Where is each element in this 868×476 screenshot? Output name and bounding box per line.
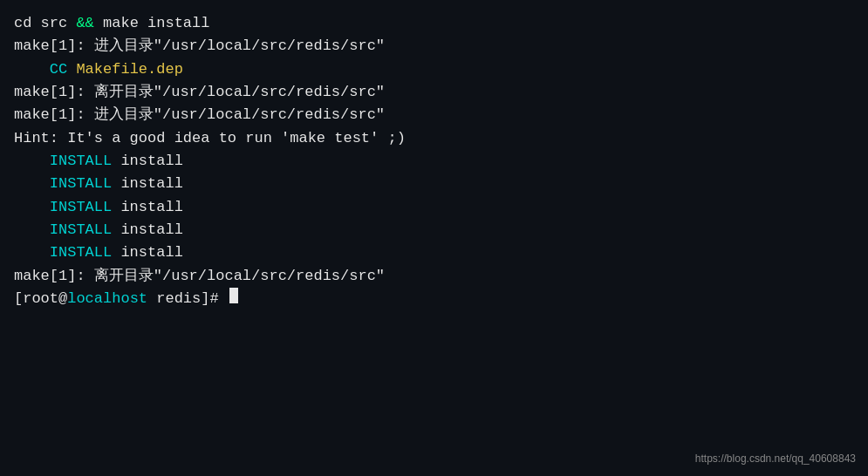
terminal-text: cd src <box>14 12 76 35</box>
terminal-line: CC Makefile.dep <box>14 58 854 81</box>
terminal-line: INSTALL install <box>14 173 854 195</box>
terminal-line: make[1]: 离开目录"/usr/local/src/redis/src" <box>14 81 854 104</box>
terminal-line: cd src && make install <box>14 12 854 35</box>
terminal-text: && <box>76 12 93 35</box>
terminal-text: make install <box>94 12 210 35</box>
terminal-line: [root@localhost redis]# <box>14 288 854 310</box>
terminal-line: INSTALL install <box>14 219 854 241</box>
terminal-line: make[1]: 进入目录"/usr/local/src/redis/src" <box>14 35 854 58</box>
terminal-text: make[1]: 进入目录"/usr/local/src/redis/src" <box>14 104 385 126</box>
terminal-text: make[1]: 离开目录"/usr/local/src/redis/src" <box>14 81 385 104</box>
terminal-line: make[1]: 离开目录"/usr/local/src/redis/src" <box>14 265 854 288</box>
terminal-text: INSTALL <box>14 150 112 173</box>
terminal-text: CC <box>14 58 76 81</box>
terminal-text: make[1]: 离开目录"/usr/local/src/redis/src" <box>14 265 385 288</box>
watermark: https://blog.csdn.net/qq_40608843 <box>695 451 856 467</box>
terminal-text: INSTALL <box>14 219 112 241</box>
terminal-text: Makefile.dep <box>76 58 182 81</box>
terminal-text: make[1]: 进入目录"/usr/local/src/redis/src" <box>14 35 385 58</box>
terminal-text: install <box>112 219 183 241</box>
terminal-text: install <box>112 196 183 219</box>
terminal-line: INSTALL install <box>14 196 854 219</box>
terminal-text: INSTALL <box>14 241 112 264</box>
terminal-text: Hint: It's a good idea to run 'make test… <box>14 127 406 150</box>
terminal-text: INSTALL <box>14 196 112 219</box>
terminal-text: install <box>112 173 183 195</box>
terminal-line: INSTALL install <box>14 150 854 173</box>
terminal-text: localhost <box>67 288 147 310</box>
terminal-line: Hint: It's a good idea to run 'make test… <box>14 127 854 150</box>
terminal-text: [root@ <box>14 288 67 310</box>
terminal-cursor <box>229 288 238 303</box>
terminal-text: INSTALL <box>14 173 112 195</box>
terminal-text: install <box>112 150 183 173</box>
terminal-text: redis]# <box>147 288 228 310</box>
terminal: cd src && make installmake[1]: 进入目录"/usr… <box>0 0 868 476</box>
terminal-text: install <box>112 241 183 264</box>
terminal-line: INSTALL install <box>14 241 854 264</box>
terminal-line: make[1]: 进入目录"/usr/local/src/redis/src" <box>14 104 854 126</box>
